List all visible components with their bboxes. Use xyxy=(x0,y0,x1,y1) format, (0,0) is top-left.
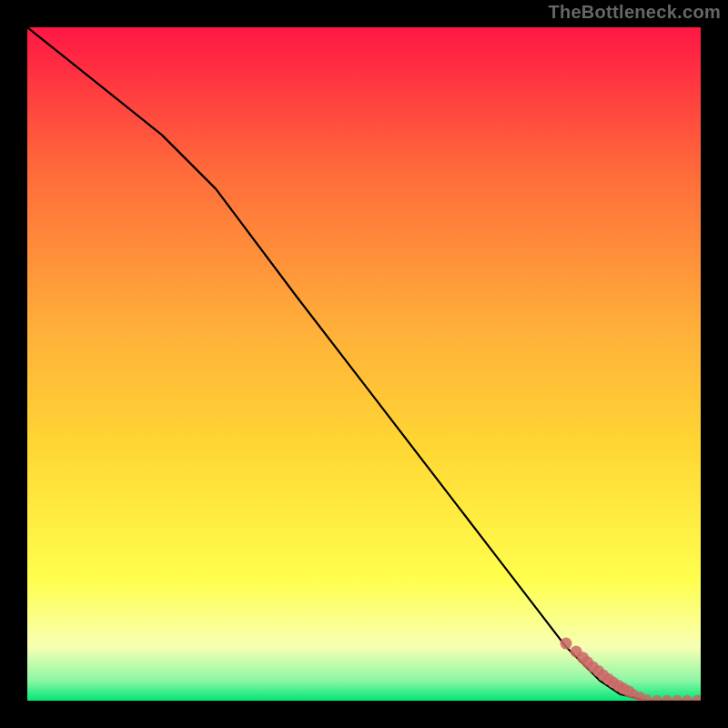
plot-svg xyxy=(27,27,701,701)
chart-stage: TheBottleneck.com xyxy=(0,0,728,728)
gradient-background xyxy=(27,27,701,701)
plot-area xyxy=(27,27,701,701)
data-point xyxy=(561,638,572,650)
attribution-label: TheBottleneck.com xyxy=(548,2,721,23)
